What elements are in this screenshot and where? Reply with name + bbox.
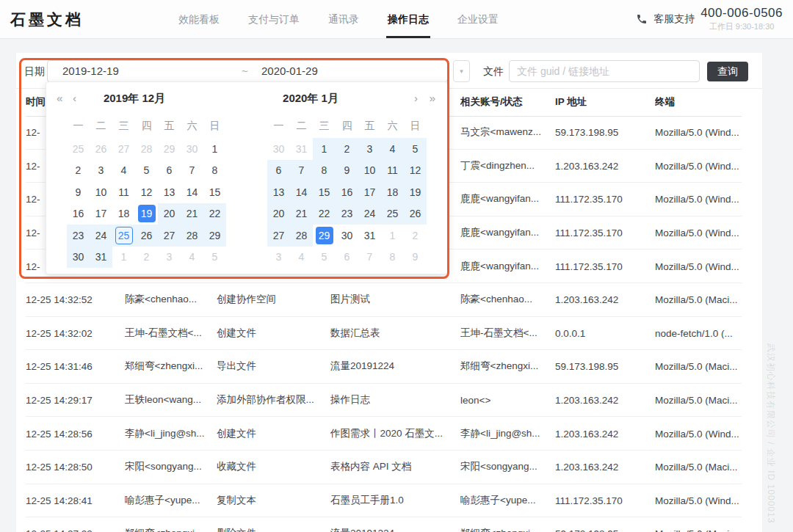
calendar-day[interactable]: 1 [112, 247, 135, 269]
calendar-day[interactable]: 22 [203, 203, 226, 225]
calendar-day[interactable]: 5 [135, 160, 158, 182]
calendar-day[interactable]: 11 [381, 160, 404, 182]
calendar-day[interactable]: 21 [290, 203, 313, 225]
calendar-day[interactable]: 4 [290, 247, 313, 269]
calendar-day[interactable]: 13 [267, 181, 290, 203]
calendar-day[interactable]: 24 [90, 225, 112, 247]
calendar-day[interactable]: 29 [158, 138, 181, 160]
nav-item[interactable]: 操作日志 [388, 0, 429, 38]
calendar-day[interactable]: 27 [267, 225, 290, 247]
calendar-day[interactable]: 1 [203, 138, 226, 160]
cell-member: 陈豪<chenhao... [125, 293, 208, 306]
calendar-day[interactable]: 2 [404, 225, 427, 247]
calendar-day[interactable]: 5 [404, 138, 427, 160]
calendar-day[interactable]: 1 [381, 225, 404, 247]
calendar-day[interactable]: 26 [135, 225, 158, 247]
calendar-day[interactable]: 8 [203, 160, 226, 182]
calendar-day[interactable]: 6 [158, 160, 181, 182]
calendar-day[interactable]: 21 [181, 203, 203, 225]
calendar-day[interactable]: 29 [203, 225, 226, 247]
calendar-day[interactable]: 2 [135, 247, 158, 269]
calendar-day[interactable]: 5 [203, 247, 226, 269]
calendar-day[interactable]: 29 [313, 225, 336, 247]
date-end-value[interactable]: 2020-01-29 [261, 65, 318, 77]
nav-item[interactable]: 企业设置 [457, 0, 499, 38]
calendar-day[interactable]: 30 [181, 138, 203, 160]
calendar-day[interactable]: 11 [112, 181, 135, 203]
calendar-day[interactable]: 20 [158, 203, 181, 225]
calendar-day[interactable]: 18 [381, 181, 404, 203]
calendar-day[interactable]: 27 [158, 225, 181, 247]
calendar-day[interactable]: 1 [313, 138, 336, 160]
calendar-day[interactable]: 15 [203, 181, 226, 203]
calendar-day[interactable]: 10 [90, 181, 112, 203]
calendar-day[interactable]: 19 [135, 203, 158, 225]
calendar-day[interactable]: 30 [267, 138, 290, 160]
date-range-input[interactable]: 2019-12-19 ~ 2020-01-29 [47, 60, 448, 82]
calendar-day[interactable]: 4 [181, 247, 203, 269]
calendar-day[interactable]: 20 [267, 203, 290, 225]
calendar-day[interactable]: 22 [313, 203, 336, 225]
calendar-day[interactable]: 8 [313, 160, 336, 182]
date-start-value[interactable]: 2019-12-19 [62, 65, 119, 77]
calendar-day[interactable]: 4 [381, 138, 404, 160]
nav-item[interactable]: 支付与订单 [248, 0, 300, 38]
calendar-day[interactable]: 30 [67, 247, 90, 269]
calendar-day[interactable]: 9 [67, 181, 90, 203]
calendar-day[interactable]: 18 [112, 203, 135, 225]
calendar-day[interactable]: 14 [290, 181, 313, 203]
calendar-day[interactable]: 14 [181, 181, 203, 203]
calendar-day[interactable]: 8 [381, 247, 404, 269]
calendar-day[interactable]: 16 [336, 181, 358, 203]
calendar-day[interactable]: 10 [358, 160, 381, 182]
calendar-day[interactable]: 5 [313, 247, 336, 269]
calendar-day[interactable]: 17 [358, 181, 381, 203]
calendar-day[interactable]: 28 [290, 225, 313, 247]
calendar-day[interactable]: 4 [112, 160, 135, 182]
calendar-day[interactable]: 2 [336, 138, 358, 160]
calendar-week-row: 303112345 [67, 247, 226, 269]
calendar-day[interactable]: 26 [404, 203, 427, 225]
nav-item[interactable]: 效能看板 [178, 0, 220, 38]
calendar-day[interactable]: 17 [90, 203, 112, 225]
calendar-day[interactable]: 3 [90, 160, 112, 182]
calendar-day[interactable]: 2 [67, 160, 90, 182]
date-preset-dropdown[interactable]: ▼ [453, 60, 470, 82]
calendar-day[interactable]: 28 [135, 138, 158, 160]
next-month-icon[interactable]: › [414, 92, 418, 105]
calendar-day[interactable]: 28 [181, 225, 203, 247]
calendar-day[interactable]: 3 [267, 247, 290, 269]
calendar-day[interactable]: 31 [90, 247, 112, 269]
calendar-day[interactable]: 19 [404, 181, 427, 203]
cell-action: 导出文件 [217, 360, 322, 373]
calendar-day[interactable]: 23 [336, 203, 358, 225]
calendar-day[interactable]: 12 [135, 181, 158, 203]
calendar-day[interactable]: 23 [67, 225, 90, 247]
calendar-day[interactable]: 9 [404, 247, 427, 269]
calendar-day[interactable]: 3 [358, 138, 381, 160]
calendar-day[interactable]: 15 [313, 181, 336, 203]
search-button[interactable]: 查询 [707, 62, 748, 81]
file-search-input[interactable] [509, 60, 700, 82]
calendar-day[interactable]: 26 [90, 138, 112, 160]
calendar-day[interactable]: 7 [290, 160, 313, 182]
calendar-day[interactable]: 12 [404, 160, 427, 182]
calendar-day[interactable]: 16 [67, 203, 90, 225]
next-year-icon[interactable]: » [430, 92, 435, 105]
calendar-day[interactable]: 30 [336, 225, 358, 247]
calendar-day[interactable]: 6 [336, 247, 358, 269]
calendar-day[interactable]: 13 [158, 181, 181, 203]
calendar-day[interactable]: 31 [290, 138, 313, 160]
calendar-day[interactable]: 24 [358, 203, 381, 225]
calendar-day[interactable]: 9 [336, 160, 358, 182]
calendar-day[interactable]: 25 [67, 138, 90, 160]
calendar-day[interactable]: 7 [181, 160, 203, 182]
calendar-day[interactable]: 6 [267, 160, 290, 182]
calendar-day[interactable]: 3 [158, 247, 181, 269]
calendar-day[interactable]: 7 [358, 247, 381, 269]
calendar-day[interactable]: 25 [112, 225, 135, 247]
calendar-day[interactable]: 25 [381, 203, 404, 225]
nav-item[interactable]: 通讯录 [328, 0, 359, 38]
calendar-day[interactable]: 27 [112, 138, 135, 160]
calendar-day[interactable]: 31 [358, 225, 381, 247]
